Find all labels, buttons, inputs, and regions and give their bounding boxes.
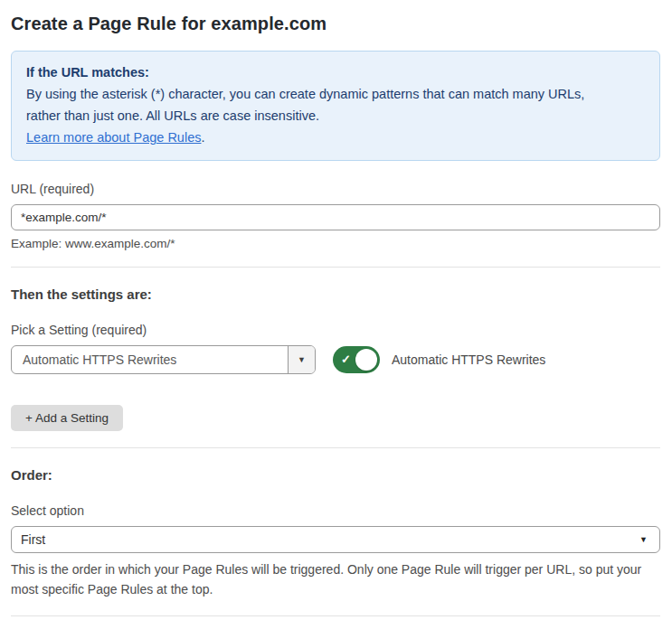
setting-row: Automatic HTTPS Rewrites ▼ ✓ Automatic H… [11,345,660,374]
divider [11,267,660,268]
add-setting-button[interactable]: + Add a Setting [11,405,123,431]
url-field-helper: Example: www.example.com/* [11,237,660,250]
order-select-label: Select option [11,503,660,518]
chevron-down-icon: ▼ [298,355,306,364]
callout-body-line2: rather than just one. All URLs are case … [26,105,645,127]
setting-toggle[interactable]: ✓ [333,346,380,373]
callout-heading: If the URL matches: [26,61,645,83]
divider [11,447,660,448]
pick-setting-label: Pick a Setting (required) [11,323,660,337]
url-field-label: URL (required) [11,182,660,196]
divider [11,615,660,616]
learn-more-link[interactable]: Learn more about Page Rules [26,130,201,145]
chevron-down-icon: ▼ [639,535,648,544]
order-select-value: First [21,532,45,547]
create-page-rule-panel: Create a Page Rule for example.com If th… [0,0,672,620]
order-helper-text: This is the order in which your Page Rul… [11,559,660,599]
setting-dropdown[interactable]: Automatic HTTPS Rewrites ▼ [11,345,316,374]
callout-body-line1: By using the asterisk (*) character, you… [26,83,645,105]
order-section-heading: Order: [11,467,660,483]
link-suffix: . [201,130,204,145]
url-matches-callout: If the URL matches: By using the asteris… [11,51,660,161]
page-title: Create a Page Rule for example.com [11,14,660,34]
url-input[interactable] [11,204,660,230]
callout-link-row: Learn more about Page Rules. [26,127,645,148]
toggle-knob [355,349,377,371]
setting-dropdown-arrow-button[interactable]: ▼ [288,346,315,373]
order-select[interactable]: First ▼ [11,526,660,553]
settings-section-heading: Then the settings are: [11,287,660,302]
check-icon: ✓ [341,352,351,366]
setting-toggle-label: Automatic HTTPS Rewrites [392,352,545,367]
setting-dropdown-value[interactable]: Automatic HTTPS Rewrites [12,346,288,373]
